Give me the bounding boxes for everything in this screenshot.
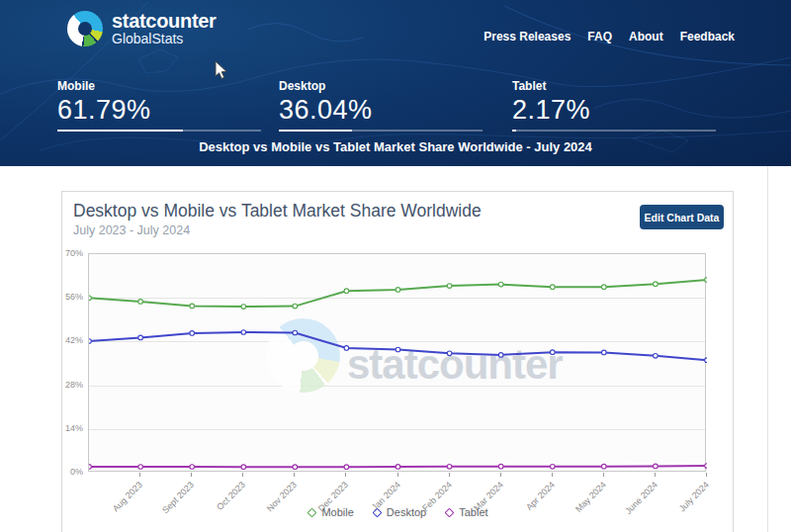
stat-label: Desktop xyxy=(279,79,483,93)
chart-title: Desktop vs Mobile vs Tablet Market Share… xyxy=(73,201,482,222)
y-axis-label: 56% xyxy=(62,292,83,302)
site-header: statcounter GlobalStats Press Releases F… xyxy=(0,0,791,166)
stat-progress-track xyxy=(57,130,261,132)
x-axis-label: July 2024 xyxy=(662,480,711,528)
stat-progress-fill xyxy=(57,130,183,132)
y-axis-label: 0% xyxy=(62,467,83,477)
x-axis-label: June 2024 xyxy=(611,480,659,528)
legend-label: Desktop xyxy=(387,506,426,518)
chart-card: Desktop vs Mobile vs Tablet Market Share… xyxy=(61,191,734,532)
x-axis-tick xyxy=(191,473,192,477)
chart-date-range: July 2023 - July 2024 xyxy=(73,223,190,237)
nav-about[interactable]: About xyxy=(629,30,663,44)
x-axis-tick xyxy=(345,473,346,477)
stat-value: 2.17% xyxy=(512,95,716,125)
stat-tablet: Tablet 2.17% xyxy=(512,79,716,132)
stat-progress-track xyxy=(279,130,483,132)
line-chart xyxy=(89,254,707,473)
x-axis-label: Oct 2023 xyxy=(199,480,247,528)
legend-item-desktop[interactable]: Desktop xyxy=(374,506,426,518)
logo-subtitle: GlobalStats xyxy=(112,32,217,46)
stats-row: Mobile 61.79% Desktop 36.04% Tablet 2.17… xyxy=(57,79,734,132)
x-axis-tick xyxy=(449,473,450,477)
x-axis-tick xyxy=(397,473,398,477)
chart-plot-area[interactable]: statcounter xyxy=(88,253,706,472)
statcounter-logo-icon xyxy=(67,11,103,46)
legend-label: Mobile xyxy=(321,506,353,518)
x-axis-label: Jan 2024 xyxy=(354,480,402,528)
stat-mobile: Mobile 61.79% xyxy=(57,79,261,132)
chart-legend: MobileDesktopTablet xyxy=(62,506,735,518)
logo[interactable]: statcounter GlobalStats xyxy=(67,11,217,46)
header-banner-title: Desktop vs Mobile vs Tablet Market Share… xyxy=(0,139,791,154)
top-nav: Press Releases FAQ About Feedback xyxy=(483,30,735,44)
mouse-cursor-icon xyxy=(215,60,228,80)
legend-marker-icon xyxy=(445,507,455,517)
x-axis-label: Mar 2024 xyxy=(457,480,505,528)
nav-press-releases[interactable]: Press Releases xyxy=(483,30,571,44)
page-right-divider xyxy=(767,166,768,532)
legend-item-tablet[interactable]: Tablet xyxy=(446,506,487,518)
legend-item-mobile[interactable]: Mobile xyxy=(308,506,353,518)
x-axis-tick xyxy=(242,473,243,477)
stat-value: 61.79% xyxy=(57,95,261,125)
x-axis-tick xyxy=(552,473,553,477)
x-axis-tick xyxy=(706,473,707,477)
y-axis-label: 42% xyxy=(62,335,83,345)
x-axis-tick xyxy=(500,473,501,477)
x-axis-label: Sept 2023 xyxy=(147,480,196,528)
stat-progress-fill xyxy=(279,130,352,132)
stat-progress-fill xyxy=(512,130,516,132)
stat-label: Tablet xyxy=(512,79,716,93)
x-axis-tick xyxy=(294,473,295,477)
x-axis-label: May 2024 xyxy=(560,480,608,528)
y-axis-label: 70% xyxy=(62,248,83,258)
legend-marker-icon xyxy=(372,507,382,517)
y-axis: 0%14%28%42%56%70% xyxy=(62,253,86,472)
x-axis-label: Aug 2023 xyxy=(96,480,144,528)
x-axis-label: Apr 2024 xyxy=(508,480,557,528)
stat-progress-track xyxy=(512,130,716,132)
x-axis-tick xyxy=(655,473,656,477)
stat-desktop: Desktop 36.04% xyxy=(279,79,483,132)
x-axis-tick xyxy=(603,473,604,477)
nav-feedback[interactable]: Feedback xyxy=(680,30,735,44)
x-axis-label: Nov 2023 xyxy=(250,480,299,528)
nav-faq[interactable]: FAQ xyxy=(587,30,612,44)
x-axis-tick xyxy=(139,473,140,477)
legend-label: Tablet xyxy=(459,506,487,518)
x-axis-label: Dec 2023 xyxy=(302,480,350,528)
x-axis-label: Feb 2024 xyxy=(405,480,454,528)
legend-marker-icon xyxy=(308,507,317,517)
y-axis-label: 14% xyxy=(62,423,83,433)
stat-value: 36.04% xyxy=(279,95,483,125)
stat-label: Mobile xyxy=(57,79,261,93)
y-axis-label: 28% xyxy=(62,380,83,390)
edit-chart-data-button[interactable]: Edit Chart Data xyxy=(640,205,724,229)
logo-title: statcounter xyxy=(112,11,217,32)
